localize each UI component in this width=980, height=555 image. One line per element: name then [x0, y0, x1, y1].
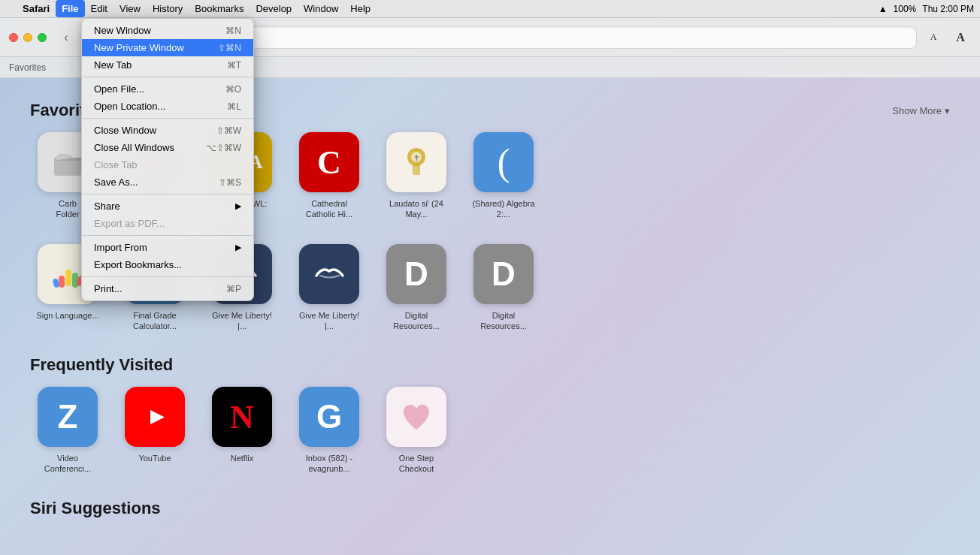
separator-5	[82, 276, 253, 277]
menubar: Safari File Edit View History Bookmarks …	[0, 0, 980, 18]
close-window-item[interactable]: Close Window ⇧⌘W	[82, 122, 253, 139]
export-pdf-item: Export as PDF...	[82, 215, 253, 232]
laudato-icon: ✝	[386, 132, 446, 192]
digital1-label: Digital Resources...	[383, 310, 450, 332]
shared-label: (Shared) Algebra 2:...	[470, 198, 537, 220]
traffic-lights	[9, 33, 47, 42]
open-location-item[interactable]: Open Location... ⌘L	[82, 98, 253, 115]
edit-menu[interactable]: Edit	[85, 0, 113, 17]
final-label: Final Grade Calculator...	[121, 310, 189, 332]
font-large-button[interactable]: A	[950, 27, 971, 48]
separator-4	[82, 235, 253, 236]
favorites-gml2[interactable]: Give Me Liberty! |...	[292, 244, 367, 332]
inbox-label: Inbox (582) - evagrunb...	[295, 453, 363, 475]
svg-rect-8	[72, 273, 78, 288]
help-menu[interactable]: Help	[344, 0, 377, 17]
shared-icon: (	[473, 132, 534, 192]
netflix-icon: N	[212, 387, 272, 447]
print-item[interactable]: Print... ⌘P	[82, 280, 253, 297]
maximize-button[interactable]	[38, 33, 47, 42]
close-tab-item: Close Tab	[82, 156, 253, 173]
clock: Thu 2:00 PM	[922, 4, 974, 14]
netflix-label: Netflix	[231, 453, 254, 463]
favorites-cathedral[interactable]: C Cathedral Catholic Hi...	[292, 132, 367, 220]
new-window-item[interactable]: New Window ⌘N	[82, 22, 253, 39]
freq-netflix[interactable]: N Netflix	[204, 387, 280, 475]
frequently-visited-title: Frequently Visited	[30, 355, 173, 375]
separator-1	[82, 77, 253, 77]
file-menu[interactable]: File	[56, 0, 84, 17]
back-button[interactable]: ‹	[56, 27, 77, 48]
share-item[interactable]: Share ▶	[82, 198, 253, 215]
sign-label: Sign Language...	[36, 310, 98, 321]
menubar-right: ▲ 100% Thu 2:00 PM	[879, 4, 974, 14]
svg-rect-9	[52, 278, 59, 288]
new-private-window-item[interactable]: New Private Window ⇧⌘N	[82, 39, 253, 56]
file-dropdown-menu: New Window ⌘N New Private Window ⇧⌘N New…	[81, 18, 254, 301]
separator-2	[82, 118, 253, 119]
video-icon: Z	[38, 387, 98, 447]
tab-label: Favorites	[9, 62, 46, 73]
view-menu[interactable]: View	[113, 0, 147, 17]
freq-inbox[interactable]: G Inbox (582) - evagrunb...	[292, 387, 367, 475]
youtube-label: YouTube	[138, 453, 171, 463]
onestep-icon	[386, 387, 446, 447]
close-button[interactable]	[9, 33, 18, 42]
cathedral-label: Cathedral Catholic Hi...	[295, 198, 363, 220]
digital1-icon: D	[386, 244, 446, 304]
window-menu[interactable]: Window	[298, 0, 344, 17]
svg-text:✝: ✝	[413, 154, 419, 162]
siri-suggestions: Siri Suggestions	[30, 499, 950, 518]
svg-rect-6	[59, 276, 65, 288]
develop-menu[interactable]: Develop	[250, 0, 298, 17]
frequently-visited-header: Frequently Visited	[30, 355, 950, 375]
font-small-button[interactable]: A	[923, 27, 944, 48]
freq-youtube[interactable]: YouTube	[117, 387, 192, 475]
laudato-label: Laudato si' (24 May...	[383, 198, 450, 220]
gml2-icon	[299, 244, 359, 304]
favorites-shared[interactable]: ( (Shared) Algebra 2:...	[466, 132, 541, 220]
frequently-visited-grid: Z Video Conferenci... YouTube N	[30, 387, 950, 475]
minimize-button[interactable]	[23, 33, 32, 42]
onestep-label: One Step Checkout	[383, 453, 450, 475]
inbox-icon: G	[299, 387, 359, 447]
bookmarks-menu[interactable]: Bookmarks	[189, 0, 250, 17]
history-menu[interactable]: History	[147, 0, 189, 17]
svg-rect-7	[65, 270, 71, 286]
siri-title: Siri Suggestions	[30, 499, 161, 517]
open-file-item[interactable]: Open File... ⌘O	[82, 80, 253, 98]
gml2-label: Give Me Liberty! |...	[295, 310, 363, 332]
show-more-button[interactable]: Show More ▾	[892, 105, 950, 116]
close-all-windows-item[interactable]: Close All Windows ⌥⇧⌘W	[82, 139, 253, 156]
export-bookmarks-item[interactable]: Export Bookmarks...	[82, 256, 253, 273]
import-from-item[interactable]: Import From ▶	[82, 239, 253, 256]
apple-menu[interactable]	[6, 0, 17, 17]
gml1-label: Give Me Liberty! |...	[208, 310, 276, 332]
favorites-digital2[interactable]: D Digital Resources...	[466, 244, 541, 332]
new-tab-item[interactable]: New Tab ⌘T	[82, 56, 253, 74]
cathedral-icon: C	[299, 132, 359, 192]
favorites-laudato[interactable]: ✝ Laudato si' (24 May...	[379, 132, 454, 220]
favorites-digital1[interactable]: D Digital Resources...	[379, 244, 454, 332]
video-label: Video Conferenci...	[34, 453, 101, 475]
youtube-icon	[125, 387, 185, 447]
safari-menu[interactable]: Safari	[17, 0, 56, 17]
digital2-icon: D	[473, 244, 534, 304]
save-as-item[interactable]: Save As... ⇧⌘S	[82, 173, 253, 191]
carb-label: CarbFolder	[56, 198, 79, 220]
svg-rect-3	[413, 164, 420, 175]
tab-favorites: Favorites	[9, 62, 46, 73]
wifi-icon: ▲	[879, 4, 888, 14]
separator-3	[82, 194, 253, 195]
digital2-label: Digital Resources...	[470, 310, 537, 332]
freq-onestep[interactable]: One Step Checkout	[379, 387, 454, 475]
freq-video[interactable]: Z Video Conferenci...	[30, 387, 105, 475]
battery-status: 100%	[894, 4, 917, 14]
